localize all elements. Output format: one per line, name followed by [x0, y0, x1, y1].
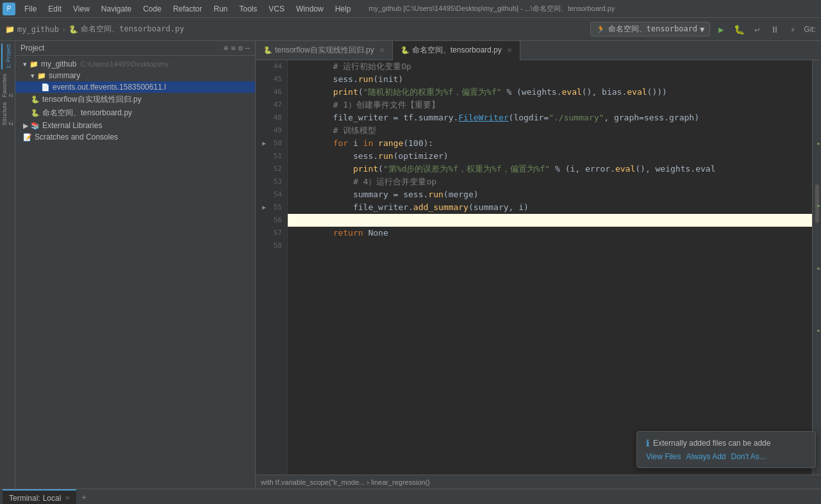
collapse-icon[interactable]: ≡ [231, 44, 235, 53]
menu-tools[interactable]: Tools [234, 3, 262, 15]
project-tree: ▾ 📁 my_github C:\Users\14495\Desktop\my … [15, 56, 255, 489]
ln-54: 54 [261, 188, 282, 201]
notification-popup: ℹ Externally added files can be adde Vie… [636, 431, 816, 468]
breadcrumb-text: with tf.variable_scope("lr_mode... › lin… [261, 478, 430, 486]
ln-45: 45 [261, 73, 282, 86]
menu-edit[interactable]: Edit [43, 3, 67, 15]
tab-tensorflow-py[interactable]: 🐍 tensorflow自实现线性回归.py ✕ [256, 41, 393, 60]
tree-item-external[interactable]: ▶ 📚 External Libraries [15, 120, 255, 131]
add-terminal-button[interactable]: + [76, 493, 91, 502]
tree-item-mingming-py[interactable]: 🐍 命名空间、tensorboard.py [15, 106, 255, 120]
more-button[interactable]: ⚡ [786, 22, 800, 37]
notif-dont-ask[interactable]: Don't As... [731, 452, 766, 461]
info-icon: ℹ [646, 438, 649, 448]
summary-label: summary [49, 71, 80, 80]
close-icon[interactable]: — [245, 44, 250, 53]
code-line-57: return None [288, 227, 812, 240]
tree-arrow: ▾ [23, 60, 27, 69]
menu-refactor[interactable]: Refactor [168, 3, 207, 15]
external-label: External Libraries [42, 121, 102, 130]
code-line-45: sess.run(init) [288, 73, 812, 86]
ln-58: 58 [261, 240, 282, 252]
tree-item-scratches[interactable]: 📝 Scratches and Consoles [15, 131, 255, 143]
root-folder-icon: 📁 [29, 60, 38, 69]
summary-folder-icon: 📁 [37, 72, 46, 80]
stop-button[interactable]: ⏸ [768, 22, 782, 37]
notif-always-add[interactable]: Always Add [686, 452, 726, 461]
menu-window[interactable]: Window [291, 3, 329, 15]
ln-44: 44 [261, 60, 282, 73]
rerun-button[interactable]: ↩ [750, 22, 764, 37]
folder-icon: 📁 [5, 25, 15, 34]
config-icon: 🏃 [596, 25, 606, 34]
tf-py-label: tensorflow自实现线性回归.py [42, 94, 142, 105]
ln-50: ▶50 [261, 137, 282, 150]
tab-mingming-label: 命名空间、tensorboard.py [412, 45, 502, 56]
panel-title: Project [21, 44, 44, 53]
mingming-py-icon: 🐍 [31, 109, 40, 117]
side-icon-bar: 1: Project 2: Favorites Z: Structure [0, 41, 15, 489]
events-label: events.out.tfevents.1583500611.l [53, 83, 166, 92]
scope-icon[interactable]: ⊕ [224, 44, 228, 53]
menu-run[interactable]: Run [208, 3, 233, 15]
tab-tf-close[interactable]: ✕ [379, 47, 385, 54]
bottom-tabs-bar: Terminal: Local ✕ + [0, 489, 821, 504]
menu-code[interactable]: Code [138, 3, 167, 15]
ln-57: 57 [261, 227, 282, 240]
events-file-icon: 📄 [41, 83, 50, 92]
menu-help[interactable]: Help [330, 3, 356, 15]
code-line-44: # 运行初始化变量Op [288, 60, 812, 73]
code-content[interactable]: # 运行初始化变量Op sess.run(init) print("随机初始化的… [288, 60, 812, 475]
config-label: 命名空间、tensorboard [608, 24, 697, 35]
code-line-49: # 训练模型 [288, 124, 812, 137]
toolbar-breadcrumb: 📁 my_github › 🐍 命名空间、tensorboard.py [5, 24, 184, 35]
debug-button[interactable]: 🐛 [732, 22, 746, 37]
external-arrow: ▶ [23, 122, 28, 130]
project-name: my_github [17, 25, 59, 34]
scratches-icon: 📝 [23, 133, 32, 142]
ln-53: 53 [261, 175, 282, 188]
tab-mingming-py[interactable]: 🐍 命名空间、tensorboard.py ✕ [393, 41, 520, 60]
summary-arrow: ▾ [31, 72, 35, 80]
change-markers [817, 60, 820, 475]
code-line-47: # 1）创建事件文件【重要】 [288, 99, 812, 111]
code-line-52: print("第%d步的误差为%f，权重为%f，偏置为%f" % (i, err… [288, 163, 812, 175]
code-line-46: print("随机初始化的权重为%f，偏置为%f" % (weights.eva… [288, 86, 812, 99]
menu-items: File Edit View Navigate Code Refactor Ru… [19, 3, 356, 15]
menu-file[interactable]: File [19, 3, 42, 15]
code-line-56 [288, 214, 812, 227]
external-lib-icon: 📚 [31, 122, 40, 130]
tree-item-events[interactable]: 📄 events.out.tfevents.1583500611.l [15, 81, 255, 93]
sidebar-item-favorites[interactable]: 2: Favorites [1, 72, 14, 97]
tf-py-icon: 🐍 [31, 95, 40, 104]
terminal-close[interactable]: ✕ [65, 494, 70, 501]
terminal-tab[interactable]: Terminal: Local ✕ [3, 489, 76, 505]
chevron-down-icon: ▼ [700, 25, 704, 34]
toolbar: 📁 my_github › 🐍 命名空间、tensorboard.py 🏃 命名… [0, 18, 821, 41]
tree-item-tensorflow-py[interactable]: 🐍 tensorflow自实现线性回归.py [15, 93, 255, 106]
ln-49: 49 [261, 124, 282, 137]
run-config-dropdown[interactable]: 🏃 命名空间、tensorboard ▼ [590, 22, 711, 37]
menu-view[interactable]: View [68, 3, 95, 15]
line-numbers: 44 45 46 47 48 49 ▶50 51 52 53 54 ▶55 56… [256, 60, 288, 475]
sidebar-item-project[interactable]: 1: Project [1, 44, 14, 69]
tab-mingming-close[interactable]: ✕ [507, 47, 512, 54]
scrollbar-track[interactable] [815, 60, 820, 475]
local-label: Local [43, 494, 62, 503]
run-controls: 🏃 命名空间、tensorboard ▼ ▶ 🐛 ↩ ⏸ ⚡ Git: [590, 22, 816, 37]
code-line-55: file_writer.add_summary(summary, i) [288, 201, 812, 214]
ln-55: ▶55 [261, 201, 282, 214]
menu-navigate[interactable]: Navigate [96, 3, 137, 15]
settings-icon[interactable]: ⚙ [238, 44, 243, 53]
run-button[interactable]: ▶ [714, 22, 728, 37]
code-line-58 [288, 240, 812, 252]
sidebar-item-structure[interactable]: Z: Structure [1, 100, 14, 126]
tree-root[interactable]: ▾ 📁 my_github C:\Users\14495\Desktop\my [15, 58, 255, 70]
editor-scrollbar[interactable] [812, 60, 821, 475]
notif-view-files[interactable]: View Files [646, 452, 681, 461]
project-panel: Project ⊕ ≡ ⚙ — ▾ 📁 my_github C:\Users\1… [15, 41, 256, 489]
code-editor: 44 45 46 47 48 49 ▶50 51 52 53 54 ▶55 56… [256, 60, 821, 475]
menu-vcs[interactable]: VCS [263, 3, 290, 15]
tree-item-summary[interactable]: ▾ 📁 summary [15, 70, 255, 81]
notification-text: Externally added files can be adde [653, 439, 770, 448]
